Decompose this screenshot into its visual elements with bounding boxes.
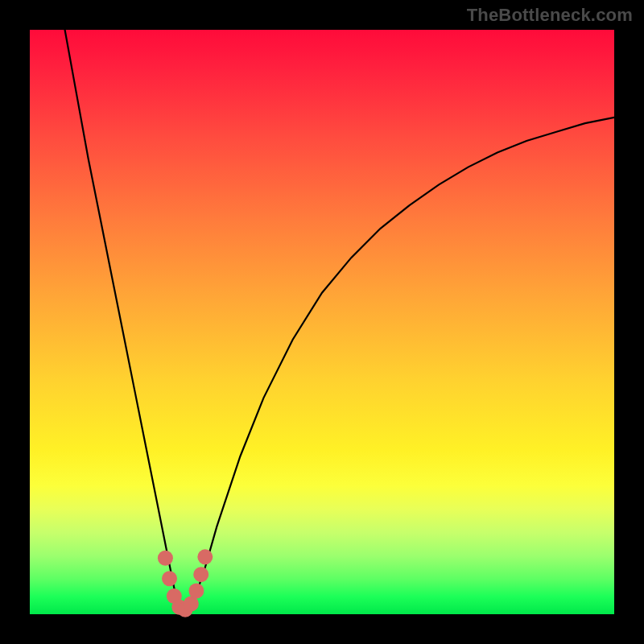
bottleneck-curve [65, 30, 614, 611]
valley-marker [158, 551, 173, 566]
valley-marker [188, 583, 204, 598]
plot-area [30, 30, 614, 614]
valley-marker-group [158, 549, 213, 617]
valley-marker [193, 567, 208, 582]
valley-marker [197, 549, 213, 564]
chart-frame: TheBottleneck.com [0, 0, 644, 644]
valley-marker [162, 571, 177, 586]
watermark-text: TheBottleneck.com [467, 5, 633, 26]
chart-svg [30, 30, 614, 614]
